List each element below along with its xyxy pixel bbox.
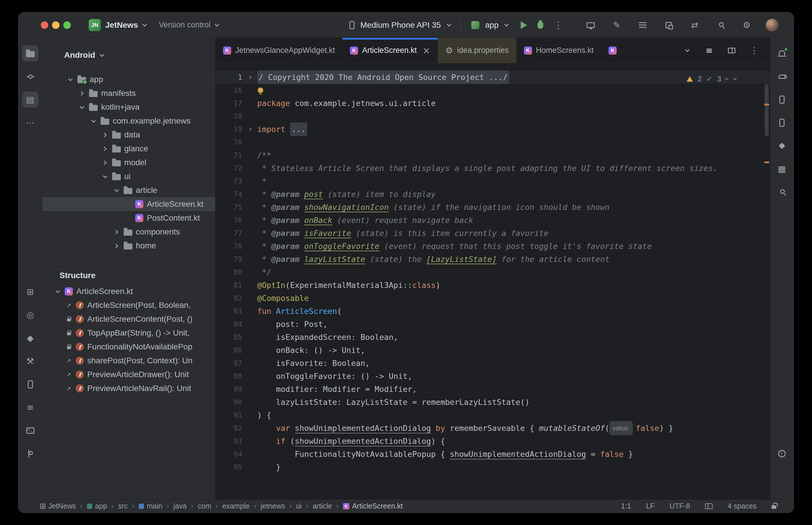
code-line-76[interactable]: 76 * @param onBack (event) request navig…: [216, 214, 770, 227]
running-devices-button[interactable]: [774, 115, 790, 131]
encoding-widget[interactable]: UTF-8: [669, 502, 690, 510]
structure-item[interactable]: fFunctionalityNotAvailablePop: [42, 340, 215, 354]
more-actions-icon[interactable]: ⋮: [553, 20, 563, 31]
editor-tab-jetnewsglanceappwidget-kt[interactable]: KJetnewsGlanceAppWidget.kt: [216, 38, 342, 63]
structure-panel-header[interactable]: Structure: [42, 266, 215, 284]
chevron-down-icon[interactable]: [504, 22, 509, 27]
gemini-button[interactable]: [774, 138, 790, 154]
breadcrumb-ui[interactable]: ui: [296, 502, 301, 510]
editor-tab-idea-properties[interactable]: ⚙idea.properties: [438, 38, 516, 63]
code-line-75[interactable]: 75 * @param showNavigationIcon (state) i…: [216, 201, 770, 214]
code-with-me-button[interactable]: ⇄: [688, 18, 702, 32]
code-line-19[interactable]: 19import ...: [216, 123, 770, 136]
structure-item[interactable]: ↗fPreviewArticleDrawer(): Unit: [42, 368, 215, 381]
device-manager-button[interactable]: [774, 92, 790, 108]
code-line-18[interactable]: 18: [216, 110, 770, 123]
tree-item-com-example-jetnews[interactable]: com.example.jetnews: [42, 114, 215, 128]
code-line-86[interactable]: 86 onBack: () -> Unit,: [216, 344, 770, 357]
breadcrumb-example[interactable]: example: [222, 502, 250, 510]
editor-tab-articlescreen-kt[interactable]: KArticleScreen.kt×: [342, 38, 438, 63]
split-editor-button[interactable]: [726, 45, 737, 56]
structure-item[interactable]: ↗fPreviewArticleNavRail(): Unit: [42, 381, 215, 395]
indent-widget[interactable]: 4 spaces: [728, 502, 756, 510]
ai-actions-button[interactable]: ✎: [610, 18, 624, 32]
problems-button[interactable]: !: [774, 446, 790, 462]
chevron-down-icon[interactable]: [446, 22, 451, 27]
code-line-70[interactable]: 70: [216, 136, 770, 149]
tree-item-data[interactable]: data: [42, 128, 215, 142]
previous-problem-icon[interactable]: [725, 78, 728, 81]
breadcrumb-src[interactable]: src: [118, 502, 128, 510]
tree-item-ui[interactable]: ui: [42, 169, 215, 183]
warning-stripe-mark[interactable]: [764, 104, 769, 105]
logcat-button[interactable]: ≡: [22, 400, 39, 416]
tree-item-kotlin-java[interactable]: kotlin+java: [42, 100, 215, 114]
breadcrumb-app[interactable]: app: [87, 502, 107, 510]
code-line-90[interactable]: 90 lazyListState: LazyListState = rememb…: [216, 396, 770, 409]
breadcrumb-articlescreen-kt[interactable]: KArticleScreen.kt: [343, 502, 403, 510]
code-line-16[interactable]: 16: [216, 84, 770, 97]
code-line-77[interactable]: 77 * @param isFavorite (state) is this i…: [216, 227, 770, 240]
code-line-88[interactable]: 88 onToggleFavorite: () -> Unit,: [216, 370, 770, 382]
code-line-81[interactable]: 81@OptIn(ExperimentalMaterial3Api::class…: [216, 279, 770, 292]
code-line-82[interactable]: 82@Composable: [216, 292, 770, 305]
search-button[interactable]: [714, 18, 728, 32]
code-line-85[interactable]: 85 isExpandedScreen: Boolean,: [216, 331, 770, 344]
editor-list-button[interactable]: ≡: [703, 45, 715, 56]
breadcrumb-main[interactable]: main: [139, 502, 162, 510]
structure-item[interactable]: fArticleScreenContent(Post, (): [42, 312, 215, 326]
version-control-button[interactable]: [22, 446, 39, 462]
code-line-87[interactable]: 87 isFavorite: Boolean,: [216, 357, 770, 370]
breadcrumb-com[interactable]: com: [198, 502, 211, 510]
structure-button[interactable]: ▤: [22, 92, 39, 108]
breadcrumb-java[interactable]: java: [173, 502, 187, 510]
tree-item-article[interactable]: article: [42, 183, 215, 197]
line-separator-widget[interactable]: LF: [646, 502, 654, 510]
tree-item-model[interactable]: model: [42, 156, 215, 169]
tree-item-articlescreen-kt[interactable]: KArticleScreen.kt: [42, 197, 215, 211]
project-widget[interactable]: JN JetNews: [84, 17, 151, 33]
app-quality-insights-button[interactable]: ◆: [22, 330, 39, 346]
tree-item-postcontent-kt[interactable]: KPostContent.kt: [42, 211, 215, 225]
settings-button[interactable]: ⚙: [740, 18, 754, 32]
layout-inspector-button[interactable]: ▦: [774, 161, 790, 177]
code-editor[interactable]: 1/ Copyright 2020 The Android Open Sourc…: [216, 63, 770, 499]
tree-item-home[interactable]: home: [42, 239, 215, 253]
editor-tab-stub[interactable]: K: [601, 38, 624, 63]
close-window-button[interactable]: [41, 21, 48, 29]
toolbar-settings-button[interactable]: [636, 18, 650, 32]
warning-stripe-mark[interactable]: [764, 162, 769, 163]
device-mirror-button[interactable]: [584, 18, 597, 32]
code-line-94[interactable]: 94 FunctionalityNotAvailablePopup { show…: [216, 448, 770, 461]
device-explorer-button[interactable]: [22, 376, 39, 392]
commit-button[interactable]: [22, 69, 39, 85]
project-view-mode[interactable]: Android: [42, 45, 215, 65]
editor-tab-homescreens-kt[interactable]: KHomeScreens.kt: [516, 38, 601, 63]
intention-bulb-icon[interactable]: [258, 88, 263, 93]
project-button[interactable]: [22, 45, 39, 61]
zoom-window-button[interactable]: [63, 21, 71, 29]
debug-button[interactable]: [537, 21, 543, 29]
device-selector[interactable]: Medium Phone API 35: [360, 20, 441, 30]
profiler-button[interactable]: ◎: [22, 307, 39, 323]
structure-item[interactable]: fTopAppBar(String, () -> Unit,: [42, 326, 215, 340]
inspections-widget[interactable]: 2 ✓ 3: [686, 73, 736, 86]
structure-root-item[interactable]: K ArticleScreen.kt: [42, 284, 215, 298]
code-line-95[interactable]: 95 }: [216, 461, 770, 474]
tree-item-glance[interactable]: glance: [42, 142, 215, 156]
avatar[interactable]: [766, 19, 779, 31]
breadcrumb-jetnews[interactable]: jetnews: [261, 502, 285, 510]
code-line-73[interactable]: 73 *: [216, 175, 770, 188]
terminal-button[interactable]: [22, 422, 39, 439]
build-button[interactable]: ⚒: [22, 353, 39, 369]
tree-item-components[interactable]: components: [42, 225, 215, 239]
caret-position-widget[interactable]: 1:1: [621, 502, 631, 510]
more-tabs-button[interactable]: ⋮: [749, 45, 760, 56]
code-line-71[interactable]: 71/**: [216, 149, 770, 162]
breadcrumb-jetnews[interactable]: JetNews: [40, 502, 76, 510]
device-file-search-button[interactable]: [774, 184, 790, 200]
code-line-72[interactable]: 72 * Stateless Article Screen that displ…: [216, 162, 770, 175]
code-line-79[interactable]: 79 * @param lazyListState (state) the [L…: [216, 253, 770, 266]
hidden-tabs-button[interactable]: [681, 45, 692, 56]
breadcrumb-article[interactable]: article: [313, 502, 332, 510]
